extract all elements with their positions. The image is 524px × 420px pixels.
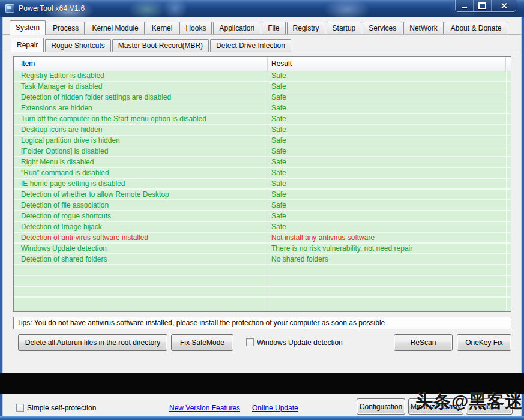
rescan-button[interactable]: ReScan (394, 334, 453, 351)
row-result-text: Safe (268, 211, 511, 222)
main-tab[interactable]: NetWork (403, 22, 443, 34)
table-row[interactable]: Extensions are hidden Safe (14, 103, 511, 114)
row-result-text: There is no risk vulnerability, not need… (268, 244, 511, 254)
row-item-text: Detection of hidden folder settings are … (14, 92, 268, 103)
new-version-features-link[interactable]: New Version Features (169, 404, 240, 412)
table-row[interactable]: Registry Editor is disabled Safe (14, 71, 511, 82)
table-row[interactable]: Logical partition drive is hidden Safe (14, 136, 511, 146)
repair-results-table: Item Result Registry Editor is disabled … (13, 56, 511, 312)
table-row[interactable]: "Run" command is disabled Safe (14, 168, 511, 179)
row-item-text: IE home page setting is disabled (14, 179, 268, 190)
row-item-text: "Run" command is disabled (14, 168, 268, 179)
online-update-link[interactable]: Online Update (252, 404, 298, 412)
table-body: Registry Editor is disabled Safe Task Ma… (14, 71, 511, 311)
table-row[interactable]: Detection of Image hijack Safe (14, 222, 511, 233)
row-result-text: Safe (268, 103, 511, 114)
window-content: SystemProcessKernel ModuleKernelHooksApp… (2, 17, 522, 416)
main-tab[interactable]: System (10, 20, 46, 35)
row-item-text: Detection of rogue shortcuts (14, 211, 268, 222)
window-bottom-border (0, 416, 524, 420)
row-result-text: Safe (268, 168, 511, 179)
row-result-text: Safe (268, 136, 511, 146)
row-result-text: Safe (268, 146, 511, 157)
table-header: Item Result (14, 57, 511, 71)
row-result-text: Safe (268, 114, 511, 125)
table-row[interactable]: Detection of shared folders No shared fo… (14, 254, 511, 265)
self-protection-checkbox[interactable] (16, 404, 24, 412)
sub-tab-bar: RepairRogue ShortcutsMaster Boot Record(… (2, 38, 522, 52)
main-tab[interactable]: Services (363, 22, 402, 34)
table-row[interactable]: IE home page setting is disabled Safe (14, 179, 511, 190)
table-row[interactable]: Turn off the computer on the Start menu … (14, 114, 511, 125)
column-header-item[interactable]: Item (14, 57, 268, 71)
table-row[interactable]: Right Menu is disabled Safe (14, 157, 511, 168)
close-window-button[interactable] (492, 0, 516, 11)
row-item-text: Detection of Image hijack (14, 222, 268, 233)
table-row[interactable]: Detection of hidden folder settings are … (14, 92, 511, 103)
row-item-text: Extensions are hidden (14, 103, 268, 114)
row-result-text: Safe (268, 179, 511, 190)
delete-autorun-button[interactable]: Delete all Autorun files in the root dir… (18, 334, 167, 351)
table-row[interactable]: Desktop icons are hidden Safe (14, 125, 511, 136)
main-tab[interactable]: Hooks (179, 22, 212, 34)
row-item-text: Right Menu is disabled (14, 157, 268, 168)
row-result-text: Safe (268, 200, 511, 211)
table-row[interactable]: Detection of anti-virus software install… (14, 233, 511, 244)
row-result-text: No shared folders (268, 254, 511, 265)
main-tab[interactable]: Process (47, 22, 85, 34)
window-controls (455, 0, 516, 12)
main-tab[interactable]: File (262, 22, 285, 34)
app-icon (5, 4, 14, 13)
configuration-button[interactable]: Configuration (357, 398, 405, 415)
table-row[interactable]: Detection of whether to allow Remote Des… (14, 190, 511, 200)
table-row[interactable]: Windows Update detection There is no ris… (14, 244, 511, 254)
row-item-text: Detection of anti-virus software install… (14, 233, 268, 244)
row-result-text: Safe (268, 222, 511, 233)
windows-update-checkbox[interactable] (246, 338, 254, 346)
column-header-result[interactable]: Result (268, 57, 506, 71)
main-tab[interactable]: Application (213, 22, 260, 34)
close-icon (501, 2, 507, 9)
maximize-icon (478, 2, 486, 9)
tips-bar: Tips: You do not have antivirus software… (13, 317, 511, 329)
main-tab[interactable]: About & Donate (445, 22, 508, 34)
row-result-text: Safe (268, 125, 511, 136)
row-item-text: Windows Update detection (14, 244, 268, 254)
self-protection-label[interactable]: Simple self-protection (27, 404, 96, 412)
minimize-icon (462, 7, 467, 8)
table-row[interactable]: [Folder Options] is disabled Safe (14, 146, 511, 157)
watermark: 头条@黑客迷 (415, 390, 523, 414)
row-item-text: [Folder Options] is disabled (14, 146, 268, 157)
fix-safemode-button[interactable]: Fix SafeMode (171, 334, 233, 351)
row-item-text: Registry Editor is disabled (14, 71, 268, 82)
table-row[interactable]: Detection of rogue shortcuts Safe (14, 211, 511, 222)
row-result-text: Not install any antivirus software (268, 233, 511, 244)
main-tab-bar: SystemProcessKernel ModuleKernelHooksApp… (2, 20, 522, 35)
row-item-text: Desktop icons are hidden (14, 125, 268, 136)
sub-tab[interactable]: Detect Drive Infection (210, 39, 291, 52)
main-tab[interactable]: Startup (327, 22, 362, 34)
main-tab[interactable]: Kernel (146, 22, 179, 34)
sub-tab[interactable]: Master Boot Record(MBR) (112, 39, 209, 52)
main-tab[interactable]: Registry (287, 22, 325, 34)
row-result-text: Safe (268, 157, 511, 168)
minimize-button[interactable] (456, 0, 474, 11)
row-item-text: Detection of shared folders (14, 254, 268, 265)
row-item-text: Turn off the computer on the Start menu … (14, 114, 268, 125)
main-tab[interactable]: Kernel Module (86, 22, 144, 34)
row-item-text: Task Manager is disabled (14, 82, 268, 92)
onekey-fix-button[interactable]: OneKey Fix (457, 334, 511, 351)
row-result-text: Safe (268, 71, 511, 82)
table-row[interactable]: Detection of file association Safe (14, 200, 511, 211)
row-result-text: Safe (268, 190, 511, 200)
table-row[interactable]: Task Manager is disabled Safe (14, 82, 511, 92)
windows-update-checkbox-label[interactable]: Windows Update detection (257, 338, 343, 347)
row-result-text: Safe (268, 92, 511, 103)
row-result-text: Safe (268, 82, 511, 92)
sub-tab[interactable]: Repair (11, 38, 44, 52)
titlebar[interactable]: PowerTool x64 V1.6 (0, 0, 524, 17)
maximize-button[interactable] (474, 0, 492, 11)
row-item-text: Logical partition drive is hidden (14, 136, 268, 146)
window-title: PowerTool x64 V1.6 (19, 4, 85, 13)
sub-tab[interactable]: Rogue Shortcuts (45, 39, 110, 52)
